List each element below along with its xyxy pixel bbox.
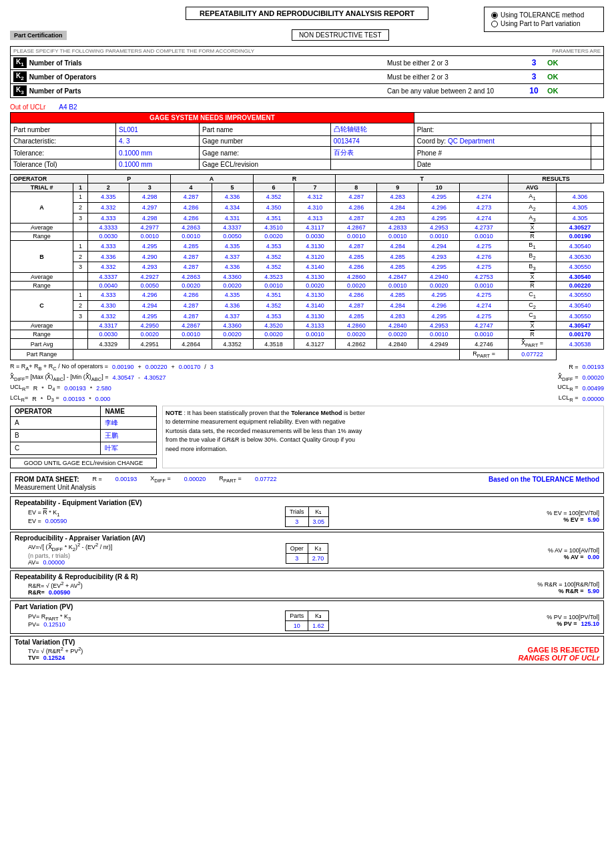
plus2: + [171, 364, 174, 370]
a-range-label: Range [11, 232, 73, 241]
ev-pct-label: % EV = 100[EV/Tol] [336, 510, 599, 516]
radio-options: Using TOLERANCE method Using Part to Par… [484, 7, 604, 32]
uclr-result-val: 0.00499 [582, 385, 604, 392]
uclr-d4: D4 = [48, 384, 60, 392]
pv-formula2-label: PV= [28, 621, 39, 628]
xdiff-result-val: 0.00020 [582, 374, 604, 381]
b3-res-label: B3 [509, 262, 557, 272]
report-title: REPEATABILITY AND REPRODUCIBILITY ANALYS… [186, 7, 428, 20]
rnr-title: Repeatability & Reproducibility (R & R) [15, 573, 599, 580]
a1-9: 4.295 [418, 192, 460, 203]
k1-label: Number of Trials [29, 59, 387, 67]
op-b-label: B [11, 241, 73, 272]
plus1: + [138, 364, 141, 370]
a2-res-label: A2 [509, 202, 557, 213]
ev-formula2-label: EV = [28, 518, 41, 524]
tv-formula1: TV= √ (R&R2 + PV2) [28, 646, 304, 655]
col6: 6 [253, 183, 294, 192]
part-avg-label: Part Avg [11, 339, 73, 350]
k3-desc: Can be any value between 2 and 10 [387, 87, 521, 95]
parts-label-pv: Parts [286, 610, 308, 620]
xc-label: X [509, 322, 557, 330]
op-b-name-label: B [11, 429, 101, 442]
from-data-label: FROM DATA SHEET: [15, 476, 79, 483]
lclr-result-val: 0.00000 [582, 396, 604, 402]
r-val2: 0.00220 [145, 364, 168, 370]
a3-res-label: A3 [509, 213, 557, 224]
col1: 1 [73, 183, 88, 192]
note-text2: is better [344, 410, 365, 416]
a-trial-3: 3 [73, 213, 88, 224]
av-formula2-label: AV= [28, 559, 39, 566]
gage-number-value: 0013474 [330, 136, 414, 147]
ev-formula2-val: 0.00590 [45, 518, 67, 524]
col8: 8 [336, 183, 377, 192]
k2-val: 2.70 [308, 554, 328, 564]
a1-6: 4.312 [294, 192, 336, 203]
out-of-uclr: Out of UCLr [10, 103, 45, 111]
note-text6: need more information. [166, 446, 228, 452]
b1-res-label: B1 [509, 241, 557, 252]
a1-res-label: A1 [509, 192, 557, 203]
gage-name-value: 百分表 [330, 147, 414, 159]
r-val1: 0.00190 [112, 364, 134, 370]
gage-number-label: Gage number [200, 136, 331, 147]
op-a: A [170, 175, 253, 183]
op-table-header: OPERATOR [11, 406, 101, 416]
uclr-label: UCLR= [10, 384, 29, 392]
av-formula1: AV=√[ (X̄DIFF * K2)2 - (EV2 / nr)] [28, 542, 279, 552]
a1-5: 4.352 [253, 192, 294, 203]
gage-ecl-label: Gage ECL/revision [200, 159, 331, 170]
lclr-label: LCLR= [10, 394, 28, 403]
part-number-value: SL001 [115, 123, 199, 136]
xdiff-val2: 4.30527 [144, 374, 166, 381]
c1-res-label: C1 [509, 290, 557, 300]
mua-label: Measurement Unit Analysis [15, 484, 599, 491]
op-c-label: C [11, 290, 73, 321]
a1-1: 4.335 [87, 192, 129, 203]
operator-header: OPERATOR [11, 175, 88, 183]
uclr-d4-val: 0.00193 [64, 385, 86, 392]
av-pct-label2: % AV = [564, 554, 584, 560]
tolerance-method-label: Based on the TOLERANCE Method [489, 476, 599, 483]
col4: 4 [170, 183, 212, 192]
r-divnum: 3 [210, 364, 214, 370]
a1-2: 4.298 [129, 192, 170, 203]
op-a-name-label: A [11, 416, 101, 429]
a1-8: 4.283 [377, 192, 418, 203]
trials-val: 3 [285, 516, 308, 526]
col7: 7 [294, 183, 336, 192]
a4b2-label: A4 B2 [59, 103, 77, 111]
col5: 5 [212, 183, 253, 192]
rnr-formula2-val: 0.00590 [49, 589, 71, 596]
rpart-label: RPART = [460, 349, 509, 360]
k2-label-av: K₂ [308, 544, 328, 554]
radio-option-part[interactable]: Using Part to Part variation [491, 20, 597, 27]
note-text1: : It has been statistically proven that … [184, 410, 292, 416]
tv-formula2-val: 0.12524 [43, 655, 65, 661]
characteristic-label: Characteristic: [11, 136, 116, 147]
k2-value: 3 [521, 72, 547, 81]
part-name-value: 凸轮轴链轮 [330, 123, 414, 136]
pv-title: Part Variation (PV) [15, 603, 599, 610]
note-text3: to determine measurement equipment relia… [166, 418, 345, 425]
radio-option-tolerance[interactable]: Using TOLERANCE method [491, 11, 597, 19]
k1-value: 3 [521, 58, 547, 67]
avg-header: AVG [509, 183, 557, 192]
results-col [460, 183, 509, 192]
part-cert-label: Part Certification [10, 31, 67, 40]
k1-val: 3.05 [308, 516, 329, 526]
oper-val: 3 [286, 554, 308, 564]
a-avg-label: Average [11, 224, 73, 232]
fds-xdiff-val: 0.00020 [184, 476, 206, 482]
a1-3: 4.287 [170, 192, 212, 203]
pv-pct-label: % PV = 100[PV/Tol] [336, 614, 599, 620]
fds-rpart-label: RPART = [219, 475, 242, 484]
k1-badge: K1 [13, 57, 27, 68]
pv-formula1: PV= RPART * K3 [28, 613, 278, 622]
a-trial-2: 2 [73, 202, 88, 213]
k3-label: Number of Parts [29, 87, 387, 95]
name-table-header: NAME [101, 406, 157, 416]
rc-label: R [509, 330, 557, 339]
fds-r-label: R = [92, 476, 101, 482]
